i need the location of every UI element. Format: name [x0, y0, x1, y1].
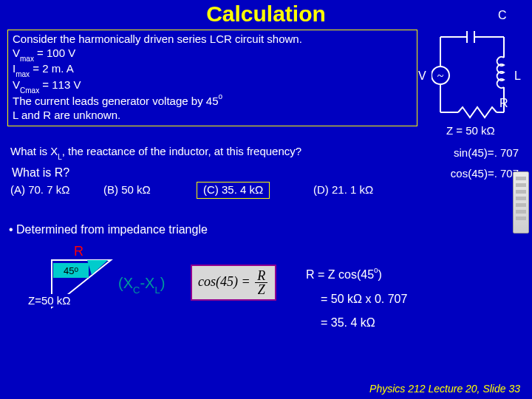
text: , the reactance of the inductor, at this…: [62, 145, 301, 157]
trig-sin: sin(45)=. 707: [454, 146, 519, 159]
problem-line: The current leads generator voltage by 4…: [13, 94, 412, 109]
text: V: [13, 47, 20, 59]
text: = 113 V: [39, 78, 81, 91]
superscript: o: [219, 92, 223, 100]
text: 45: [64, 265, 74, 276]
label-l: L: [514, 69, 521, 83]
problem-line: Consider the harmonically driven series …: [13, 33, 412, 47]
text: (X: [118, 275, 133, 291]
text: ): [378, 268, 382, 281]
work-line-3: = 35. 4 kΩ: [321, 316, 375, 330]
problem-line: VCmax = 113 V: [13, 78, 412, 95]
text: = 100 V: [34, 47, 75, 59]
problem-line: Imax = 2 m. A: [13, 62, 412, 78]
lcr-circuit-diagram: ~ C V L R Z = 50 kΩ: [432, 30, 519, 140]
svg-marker-2: [87, 260, 108, 275]
work-line-1: R = Z cos(45o): [306, 267, 382, 282]
text: cos(45) =: [198, 274, 253, 289]
subscript: L: [154, 284, 160, 296]
text: = 2 m. A: [30, 62, 74, 75]
problem-statement: Consider the harmonically driven series …: [7, 30, 417, 126]
option-c-selected: (C) 35. 4 kΩ: [197, 182, 270, 199]
superscript: o: [374, 266, 378, 274]
slide-footer: Physics 212 Lecture 20, Slide 33: [369, 383, 520, 395]
subscript: L: [58, 153, 62, 161]
clicker-remote-icon: [513, 171, 529, 233]
page-title: Calculation: [0, 0, 532, 27]
text: -X: [140, 275, 154, 291]
triangle-angle: 45o: [53, 263, 89, 278]
trig-cos: cos(45)=. 707: [451, 167, 519, 180]
text: V: [13, 78, 20, 91]
denominator: Z: [255, 283, 267, 296]
xc-minus-xl: (XC-XL): [118, 275, 165, 294]
work-line-2: = 50 kΩ x 0. 707: [321, 293, 407, 306]
circuit-svg: ~: [432, 30, 519, 126]
cos-formula-box: cos(45) = R Z: [191, 265, 276, 301]
question-r: What is R?: [12, 166, 69, 180]
numerator: R: [255, 269, 267, 283]
problem-line: Vmax = 100 V: [13, 47, 412, 63]
text: R = Z cos(45: [306, 268, 374, 281]
superscript: o: [74, 265, 78, 273]
ac-source-icon: ~: [437, 69, 444, 82]
option-d: (D) 21. 1 kΩ: [313, 183, 373, 196]
triangle-label-r: R: [74, 244, 83, 259]
text: The current leads generator voltage by 4…: [13, 95, 219, 107]
label-r: R: [499, 97, 508, 110]
triangle-label-z: Z=50 kΩ: [27, 294, 72, 307]
option-a: (A) 70. 7 kΩ: [10, 183, 69, 196]
label-v: V: [418, 69, 426, 83]
subscript: C: [133, 284, 140, 296]
text: ): [160, 275, 166, 291]
text: What is X: [10, 145, 58, 157]
subscript: max: [16, 70, 30, 78]
option-b: (B) 50 kΩ: [103, 183, 151, 196]
label-c: C: [498, 9, 507, 22]
note-determined: • Determined from impedance triangle: [9, 223, 208, 236]
problem-line: L and R are unknown.: [13, 109, 412, 123]
subscript: max: [20, 55, 34, 63]
label-z: Z = 50 kΩ: [446, 124, 495, 137]
question-xl: What is XL, the reactance of the inducto…: [10, 145, 301, 160]
subscript: Cmax: [20, 86, 39, 95]
fraction: R Z: [253, 269, 269, 296]
